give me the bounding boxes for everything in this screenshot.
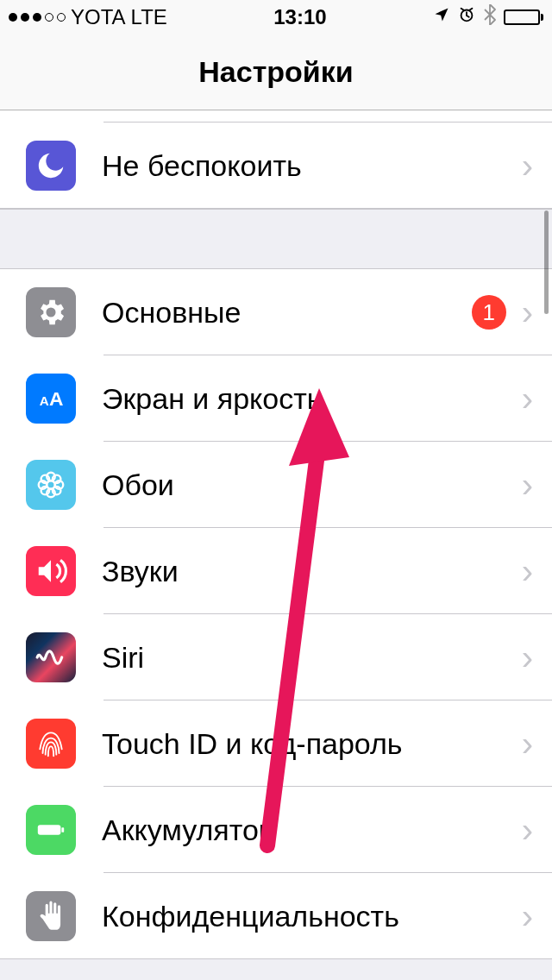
row-label: Обои	[102, 468, 522, 502]
chevron-right-icon: ›	[522, 725, 533, 763]
siri-icon	[26, 632, 76, 682]
row-battery[interactable]: Аккумулятор ›	[0, 787, 552, 873]
flower-icon	[26, 460, 76, 510]
clock: 13:10	[273, 5, 326, 29]
row-label: Основные	[102, 296, 472, 330]
fingerprint-icon	[26, 719, 76, 769]
battery-icon	[504, 9, 543, 25]
gear-icon	[26, 287, 76, 337]
row-siri[interactable]: Siri ›	[0, 614, 552, 700]
chevron-right-icon: ›	[522, 552, 533, 591]
speaker-icon	[26, 546, 76, 596]
svg-text:A: A	[40, 393, 49, 408]
alarm-icon	[457, 5, 476, 29]
network-label: LTE	[131, 5, 167, 29]
hand-icon	[26, 891, 76, 941]
notification-badge: 1	[472, 295, 506, 330]
chevron-right-icon: ›	[522, 638, 533, 677]
row-label: Siri	[102, 641, 522, 675]
moon-icon	[26, 141, 76, 191]
battery-row-icon	[26, 805, 76, 855]
scroll-indicator[interactable]	[544, 210, 549, 314]
row-general[interactable]: Основные 1 ›	[0, 269, 552, 355]
page-title: Настройки	[198, 55, 353, 89]
row-label: Не беспокоить	[102, 149, 522, 183]
text-size-icon: AA	[26, 374, 76, 424]
svg-text:A: A	[49, 387, 63, 410]
svg-rect-12	[38, 825, 61, 834]
row-label: Звуки	[102, 555, 522, 588]
row-wallpaper[interactable]: Обои ›	[0, 442, 552, 528]
chevron-right-icon: ›	[522, 293, 533, 332]
row-touch-id[interactable]: Touch ID и код-пароль ›	[0, 700, 552, 787]
chevron-right-icon: ›	[522, 147, 533, 185]
row-label: Экран и яркость	[102, 382, 522, 416]
signal-strength-icon	[9, 13, 66, 22]
status-bar: YOTA LTE 13:10	[0, 0, 552, 35]
row-privacy[interactable]: Конфиденциальность ›	[0, 873, 552, 959]
row-label: Touch ID и код-пароль	[102, 727, 522, 761]
chevron-right-icon: ›	[522, 466, 533, 505]
row-label: Конфиденциальность	[102, 900, 522, 933]
row-display-brightness[interactable]: AA Экран и яркость ›	[0, 355, 552, 442]
svg-rect-13	[61, 827, 64, 832]
bluetooth-icon	[483, 4, 497, 30]
chevron-right-icon: ›	[522, 380, 533, 418]
row-do-not-disturb[interactable]: Не беспокоить ›	[0, 122, 552, 209]
row-sounds[interactable]: Звуки ›	[0, 528, 552, 614]
row-label: Аккумулятор	[102, 814, 522, 847]
carrier-label: YOTA	[71, 5, 126, 29]
chevron-right-icon: ›	[522, 811, 533, 850]
chevron-right-icon: ›	[522, 897, 533, 936]
location-icon	[433, 6, 450, 28]
nav-header: Настройки	[0, 35, 552, 110]
previous-row-edge	[0, 110, 552, 122]
section-gap	[0, 209, 552, 269]
